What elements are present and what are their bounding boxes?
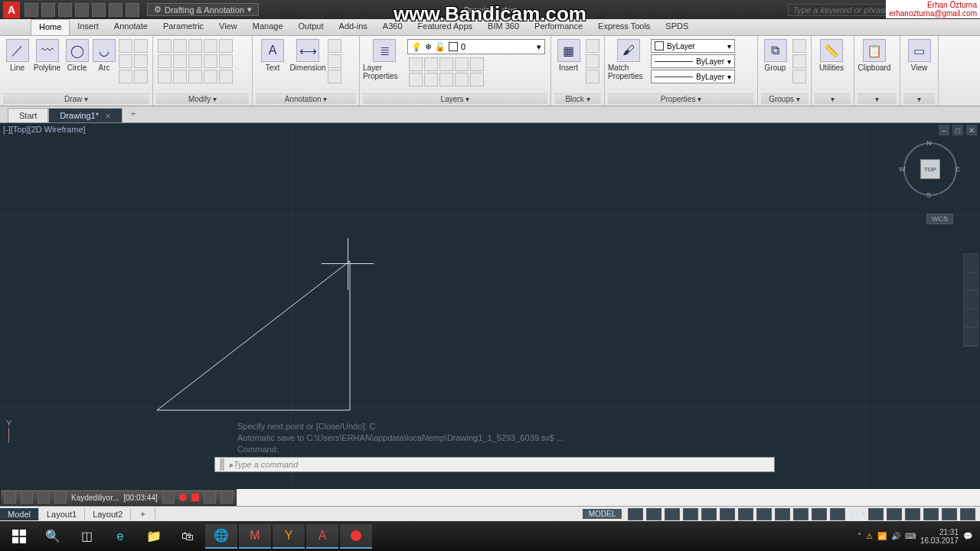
tab-home[interactable]: Home [31, 19, 70, 35]
status-otrack-icon[interactable] [720, 508, 735, 520]
copy-icon[interactable] [219, 39, 233, 53]
start-button[interactable] [3, 524, 35, 549]
edit-block-icon[interactable] [586, 54, 599, 68]
modify-icon[interactable] [188, 70, 202, 83]
panel-groups-label[interactable]: Groups ▾ [761, 93, 808, 104]
group-icon[interactable] [792, 70, 806, 83]
layout-tab-model[interactable]: Model [0, 508, 39, 520]
taskbar-app-icon[interactable]: Y [273, 524, 305, 549]
taskbar-explorer-icon[interactable]: 📁 [138, 524, 170, 549]
bandicam-stop-icon[interactable] [191, 494, 199, 501]
draw-mini-icon[interactable] [119, 39, 132, 53]
nav-showmotion-icon[interactable] [964, 328, 978, 346]
status-clean-icon[interactable] [942, 508, 957, 520]
erase-icon[interactable] [204, 39, 217, 53]
viewcube-s[interactable]: S [926, 191, 931, 199]
status-polar-icon[interactable] [683, 508, 698, 520]
status-snap-icon[interactable] [646, 508, 662, 520]
draw-mini-icon[interactable] [134, 39, 148, 53]
app-icon[interactable]: A [3, 2, 20, 18]
tab-annotate[interactable]: Annotate [106, 19, 155, 35]
qat-undo-icon[interactable] [109, 3, 122, 17]
command-line[interactable]: ▸ Type a command [214, 457, 775, 472]
workspace-selector[interactable]: ⚙ Drafting & Annotation ▾ [147, 3, 259, 16]
tab-express[interactable]: Express Tools [590, 19, 658, 35]
tray-chevron-icon[interactable]: ˄ [858, 532, 861, 540]
bandicam-close-icon[interactable] [220, 491, 233, 504]
taskbar-bandicam-icon[interactable] [340, 524, 372, 549]
status-isolate-icon[interactable] [905, 508, 920, 520]
modify-icon[interactable] [204, 70, 217, 83]
offset-icon[interactable] [173, 70, 187, 83]
close-icon[interactable]: ✕ [105, 112, 111, 120]
taskbar-store-icon[interactable]: 🛍 [172, 524, 204, 549]
panel-utilities-expand[interactable]: ▾ [815, 93, 851, 104]
color-selector[interactable]: ByLayer▾ [651, 39, 735, 53]
bandicam-camera-icon[interactable] [204, 491, 216, 504]
bandicam-btn[interactable] [4, 491, 16, 504]
status-transparency-icon[interactable] [756, 508, 772, 520]
draw-mini-icon[interactable] [119, 54, 132, 68]
wcs-badge[interactable]: WCS [926, 214, 953, 224]
tray-network-icon[interactable]: 📶 [877, 532, 887, 540]
layer-tool-icon[interactable] [424, 73, 438, 86]
status-dyn-icon[interactable] [793, 508, 808, 520]
tab-manage[interactable]: Manage [245, 19, 291, 35]
nav-orbit-icon[interactable] [964, 309, 978, 328]
bandicam-btn[interactable] [54, 491, 67, 504]
layer-tool-icon[interactable] [455, 57, 469, 71]
viewcube-w[interactable]: W [899, 165, 906, 173]
tray-alert-icon[interactable]: ⚠ [866, 532, 873, 540]
panel-clipboard-expand[interactable]: ▾ [858, 93, 897, 104]
tab-view[interactable]: View [211, 19, 245, 35]
panel-draw-label[interactable]: Draw ▾ [3, 93, 149, 104]
qat-redo-icon[interactable] [126, 3, 139, 17]
modify-icon[interactable] [219, 70, 233, 83]
tab-start[interactable]: Start [8, 108, 48, 122]
status-workspace-icon[interactable] [868, 508, 884, 520]
bandicam-pen-icon[interactable] [162, 491, 175, 504]
nav-pan-icon[interactable] [964, 272, 978, 291]
layer-properties-button[interactable]: ≣Layer Properties [363, 37, 406, 80]
tab-addins[interactable]: Add-ins [332, 19, 375, 35]
layout-tab-layout2[interactable]: Layout2 [85, 508, 131, 520]
tray-volume-icon[interactable]: 🔊 [891, 532, 900, 540]
layout-tab-layout1[interactable]: Layout1 [39, 508, 85, 520]
tray-notifications-icon[interactable]: 💬 [963, 532, 972, 540]
taskbar-edge-icon[interactable]: e [104, 524, 136, 549]
search-button[interactable]: 🔍 [37, 524, 69, 549]
status-grid-icon[interactable] [628, 508, 643, 520]
draw-mini-icon[interactable] [134, 54, 148, 68]
block-icon[interactable] [586, 70, 599, 83]
ucs-icon[interactable]: Y [6, 419, 11, 443]
nav-zoom-icon[interactable] [964, 291, 978, 309]
dimension-button[interactable]: ⟷Dimension [291, 37, 325, 72]
bandicam-btn[interactable] [21, 491, 33, 504]
layer-tool-icon[interactable] [470, 57, 484, 71]
qat-open-icon[interactable] [41, 3, 55, 17]
anno-icon[interactable] [328, 70, 341, 83]
tray-lang-icon[interactable]: ⌨ [905, 532, 916, 540]
tab-drawing1[interactable]: Drawing1*✕ [48, 108, 122, 122]
rotate-icon[interactable] [173, 39, 187, 53]
layer-tool-icon[interactable] [439, 57, 453, 71]
view-button[interactable]: ▭View [903, 37, 935, 72]
status-hardware-icon[interactable] [923, 508, 939, 520]
fillet-icon[interactable] [173, 54, 187, 68]
tray-clock[interactable]: 21:31 16.03.2017 [920, 528, 959, 545]
status-lweight-icon[interactable] [738, 508, 753, 520]
trim-icon[interactable] [188, 39, 202, 53]
match-properties-button[interactable]: 🖌Match Properties [608, 37, 649, 80]
layer-tool-icon[interactable] [409, 57, 423, 71]
draw-mini-icon[interactable] [119, 70, 132, 83]
tab-insert[interactable]: Insert [70, 19, 106, 35]
status-ortho-icon[interactable] [665, 508, 680, 520]
panel-properties-label[interactable]: Properties ▾ [608, 93, 754, 104]
taskview-button[interactable]: ◫ [70, 524, 103, 549]
help-search-input[interactable] [788, 4, 903, 16]
status-cycling-icon[interactable] [775, 508, 790, 520]
status-qp-icon[interactable] [812, 508, 827, 520]
status-model[interactable]: MODEL [583, 509, 622, 519]
bandicam-btn[interactable] [38, 491, 50, 504]
nav-wheel-icon[interactable] [964, 254, 978, 272]
